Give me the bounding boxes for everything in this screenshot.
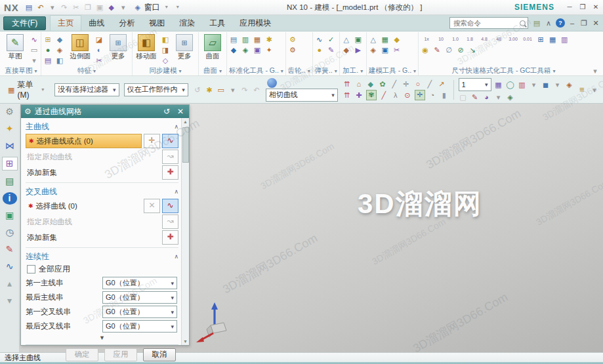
window-close-button[interactable]: ✕ <box>591 3 600 12</box>
snap-line-icon[interactable]: ╱ <box>390 79 399 89</box>
selection-scope-dropdown[interactable]: 仅在工作部件内 <box>124 83 188 96</box>
perspective-icon[interactable]: ◈ <box>565 80 574 89</box>
cut-icon[interactable]: ✂ <box>72 3 81 12</box>
dropdown-arrow-icon[interactable]: ▾ <box>553 80 562 89</box>
tab-view[interactable]: 视图 <box>142 16 172 31</box>
ribbon-restore-button[interactable]: ❐ <box>579 18 589 28</box>
frame-icon[interactable]: ▣ <box>381 45 390 54</box>
group-label-std-tools[interactable]: 标准化工具 - G..▾ <box>229 66 283 75</box>
bevel-gear-icon[interactable]: ⚙ <box>288 45 297 54</box>
diameter-icon[interactable]: ∅ <box>444 45 453 54</box>
shell-icon[interactable]: ◧ <box>55 56 64 65</box>
add-new-set-label[interactable]: 添加新集 <box>26 233 142 243</box>
add-new-set-button[interactable]: ✚ <box>162 165 178 180</box>
apply-all-checkbox[interactable] <box>27 265 35 273</box>
snap-intersection-icon[interactable]: ✿ <box>378 79 387 89</box>
curve-select-button[interactable]: ∿ <box>162 199 178 213</box>
command-search-box[interactable] <box>449 17 528 29</box>
dialog-titlebar[interactable]: ⚙ 通过曲线网格 ↺ ✕ <box>21 105 189 118</box>
last-cross-string-dropdown[interactable]: G0（位置） <box>102 320 177 333</box>
pattern-icon[interactable]: ▤ <box>43 56 52 65</box>
window-fit-icon[interactable]: ▦ <box>494 80 503 89</box>
tab-home[interactable]: 主页 <box>50 15 81 31</box>
group-label-spring[interactable]: 弹簧..▾ <box>315 66 337 75</box>
scrollbar-thumb[interactable] <box>182 127 189 163</box>
group-label-machining[interactable]: 加工.▾ <box>342 66 364 75</box>
ok-button[interactable]: 确定 <box>66 348 98 361</box>
trim-icon[interactable]: ✂ <box>94 56 104 65</box>
deselect-button[interactable]: ✕ <box>144 199 160 213</box>
triangle-icon[interactable]: △ <box>369 35 378 44</box>
tab-application[interactable]: 应用模块 <box>232 16 278 31</box>
add-new-set-label[interactable]: 添加新集 <box>26 168 142 178</box>
dim-style-icon[interactable]: 0.01 <box>522 35 533 44</box>
scroll-up-icon[interactable]: ▴ <box>3 277 17 290</box>
save-icon[interactable]: ▤ <box>24 3 33 12</box>
group-label-direct-sketch[interactable]: 直接草图▾ <box>3 66 39 75</box>
first-cross-string-dropdown[interactable]: G0（位置） <box>102 306 177 318</box>
snap-pattern-icon[interactable]: ✾ <box>366 90 377 100</box>
tool-icon[interactable]: ◆ <box>342 45 351 54</box>
snap-endpoint2-icon[interactable]: ⇈ <box>343 91 352 100</box>
ribbon-close-button[interactable]: ✕ <box>591 18 600 28</box>
snap-quadrant-icon[interactable]: ◔ <box>428 91 437 100</box>
apply-button[interactable]: 应用 <box>104 348 137 361</box>
profile-icon[interactable]: ▭ <box>30 45 39 54</box>
dialog-reset-button[interactable]: ↺ <box>161 107 172 116</box>
dim-frame-icon[interactable]: ⊞ <box>536 35 545 44</box>
snap-point-on-face-icon[interactable]: ↗ <box>437 79 446 89</box>
palette-icon[interactable]: ✎ <box>3 243 17 256</box>
snap-lambda-icon[interactable]: λ <box>391 91 400 100</box>
dialog-close-button[interactable]: ✕ <box>175 107 186 116</box>
menu-button[interactable]: ▦ 菜单(M) ▾ <box>4 77 50 102</box>
dropdown-arrow-icon[interactable]: ▾ <box>48 3 57 12</box>
cancel-button[interactable]: 取消 <box>143 348 176 361</box>
std-tool-icon[interactable]: ▦ <box>253 35 262 44</box>
orbit-icon[interactable]: ◯ <box>506 80 515 89</box>
roles-icon[interactable]: ∿ <box>3 260 17 273</box>
dim-style-icon[interactable]: 1x <box>421 35 432 44</box>
select-curve-or-point-field[interactable]: ✱ 选择曲线或点 (0) <box>26 134 142 148</box>
window-icon[interactable]: ▢ <box>459 92 468 102</box>
group-label-modeling-tools[interactable]: 建模工具 - G..▾ <box>369 66 416 75</box>
dim-frame-icon[interactable]: ▥ <box>560 35 569 44</box>
hd3d-tools-icon[interactable]: i <box>3 192 17 205</box>
snap-tangent-icon[interactable]: ╱ <box>425 79 434 89</box>
select-curve-field[interactable]: ✱ 选择曲线 (0) <box>26 199 142 212</box>
tab-analysis[interactable]: 分析 <box>112 16 142 31</box>
dropdown-arrow-icon[interactable]: ▾ <box>591 66 600 75</box>
chamfer-icon[interactable]: ◪ <box>94 35 104 44</box>
dim-frame-icon[interactable]: ▦ <box>548 35 557 44</box>
sphere-icon[interactable] <box>267 78 277 88</box>
section-cross-curves[interactable]: 交叉曲线 <box>26 186 178 197</box>
highlight-icon[interactable]: ↺ <box>193 85 202 94</box>
group-label-dim-format[interactable]: 尺寸快速格式化工具 - GC工具箱▾ <box>421 66 587 75</box>
dim-style-icon[interactable]: 1.8 <box>464 35 476 44</box>
std-tool-icon[interactable]: ◆ <box>229 45 238 54</box>
group-label-synchronous[interactable]: 同步建模▾ <box>135 66 196 75</box>
datum-plane-icon[interactable]: ⊞ <box>43 35 52 44</box>
pen-icon[interactable]: ✎ <box>432 45 442 54</box>
snap-midpoint-icon[interactable]: ⌂ <box>354 79 364 89</box>
section-main-curves[interactable]: 主曲线 <box>26 121 178 132</box>
std-tool-icon[interactable]: ▣ <box>253 45 262 54</box>
dropdown-arrow-icon[interactable]: ▾ <box>494 92 503 102</box>
window-menu-button[interactable]: ◈ 窗口 ▾ ▾ <box>133 2 182 13</box>
shadow-icon[interactable]: ◕ <box>482 92 491 102</box>
triangle-icon[interactable]: △ <box>342 35 351 44</box>
cheat-sheets-icon[interactable]: ▤ <box>532 18 541 28</box>
section-continuity[interactable]: 连续性 <box>26 251 178 262</box>
std-tool-icon[interactable]: ▥ <box>241 35 250 44</box>
layer-dropdown[interactable]: 1 <box>459 78 491 91</box>
reselect-icon[interactable]: ↶ <box>252 85 261 94</box>
material-icon[interactable]: ◈ <box>506 92 515 102</box>
coin-icon[interactable]: ● <box>315 45 324 54</box>
leader-icon[interactable]: ↘ <box>468 45 477 54</box>
feature-more-button[interactable]: ⊞ 更多 <box>106 33 130 60</box>
customize-qat-icon[interactable]: ▾ <box>173 3 182 12</box>
web-browser-icon[interactable]: ▣ <box>3 209 17 222</box>
search-input[interactable] <box>452 18 518 28</box>
cut-icon[interactable]: ✂ <box>392 45 402 54</box>
sheet-icon[interactable]: ◈ <box>369 45 378 54</box>
dropdown-arrow-icon[interactable]: ▾ <box>119 3 128 12</box>
